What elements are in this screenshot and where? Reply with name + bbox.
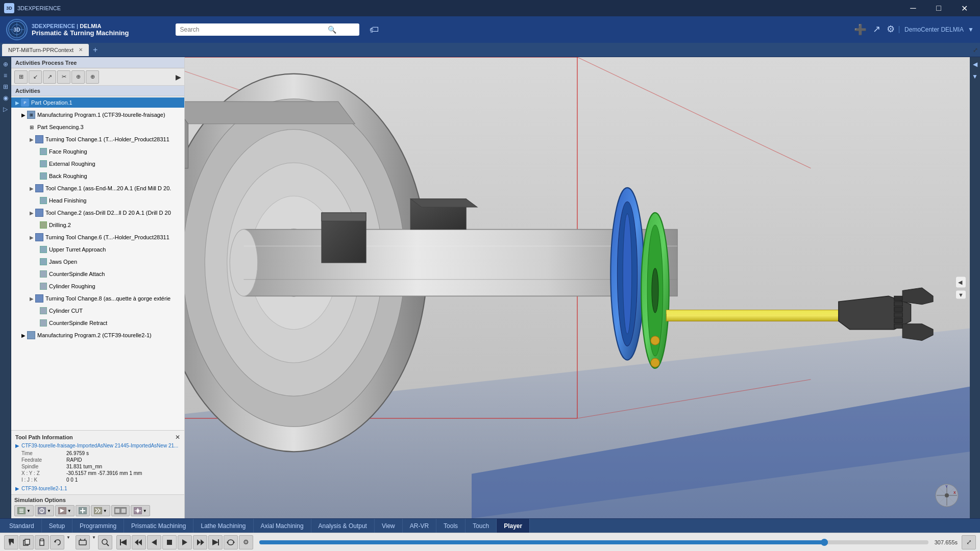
right-icon-1[interactable]: ◀ — [971, 59, 979, 69]
tab-axial-machining[interactable]: Axial Machining — [254, 519, 311, 533]
sim-btn-1[interactable]: ▼ — [14, 505, 34, 516]
3d-viewport[interactable]: ◀ ▼ X Y — [185, 57, 970, 518]
tab-expand-icon[interactable]: ⤢ — [973, 46, 978, 54]
tab-ppr-context[interactable]: NPT-MillTurn-PPRContext ✕ — [2, 44, 89, 56]
tree-container[interactable]: ▶ P Part Operation.1 ▶ ⊞ Manufacturing P… — [11, 96, 184, 430]
tab-standard[interactable]: Standard — [2, 519, 42, 533]
tab-add-button[interactable]: + — [90, 45, 101, 55]
minimize-button[interactable]: ─ — [901, 0, 925, 16]
left-icon-5[interactable]: ▷ — [1, 104, 11, 114]
restore-button[interactable]: □ — [927, 0, 950, 16]
toolbar-add2-btn[interactable]: ⊕ — [86, 70, 99, 84]
tab-programming[interactable]: Programming — [72, 519, 124, 533]
tab-setup[interactable]: Setup — [42, 519, 72, 533]
tree-node-upper-turret[interactable]: Upper Turret Approach — [11, 243, 184, 256]
tab-player[interactable]: Player — [497, 519, 530, 533]
vp-icon-1[interactable]: ◀ — [956, 277, 966, 288]
svg-marker-77 — [9, 539, 14, 545]
progress-thumb — [821, 539, 828, 546]
tree-node-external-roughing[interactable]: External Roughing — [11, 158, 184, 170]
left-icon-2[interactable]: ≡ — [1, 70, 11, 81]
goto-start-btn[interactable] — [116, 535, 131, 549]
vp-icon-2[interactable]: ▼ — [956, 291, 966, 299]
tree-node-ttc6[interactable]: ▶ Turning Tool Change.6 (T...-Holder_Pro… — [11, 231, 184, 243]
tab-analysis-output[interactable]: Analysis & Output — [311, 519, 375, 533]
sim-btn-5[interactable]: ▼ — [91, 505, 110, 516]
svg-rect-61 — [894, 307, 902, 312]
tree-node-cylinder-roughing[interactable]: Cylinder Roughing — [11, 280, 184, 292]
toolbar-add-btn[interactable]: ⊕ — [71, 70, 85, 84]
left-icon-1[interactable]: ⊕ — [1, 59, 11, 69]
tree-node-tc1-end[interactable]: ▶ Tool Change.1 (ass-End-M...20 A.1 (End… — [11, 182, 184, 194]
add-icon[interactable]: ➕ — [854, 23, 867, 36]
tree-node-counterspindle-attach[interactable]: CounterSpindle Attach — [11, 268, 184, 280]
prev-btn[interactable] — [147, 535, 161, 549]
tag-icon[interactable]: 🏷 — [370, 24, 379, 35]
tree-node-part-seq[interactable]: ⊞ Part Sequencing.3 — [11, 121, 184, 133]
toolbar-cut-btn[interactable]: ✂ — [57, 70, 70, 84]
goto-end-btn[interactable] — [208, 535, 223, 549]
share-icon[interactable]: ↗ — [873, 23, 880, 36]
sim-btn-4[interactable] — [76, 505, 90, 516]
search-icon[interactable]: 🔍 — [328, 26, 336, 34]
tab-view[interactable]: View — [375, 519, 403, 533]
tree-node-mfg-prog-2[interactable]: ▶ Manufacturing Program.2 (CTF39-tourell… — [11, 329, 184, 341]
activities-label: Activities — [15, 88, 40, 94]
step-forward-btn[interactable] — [193, 535, 207, 549]
step-back-btn[interactable] — [132, 535, 146, 549]
user-dropdown-icon[interactable]: ▼ — [968, 26, 974, 33]
svg-text:X: X — [953, 491, 956, 494]
stop-btn[interactable] — [162, 535, 177, 549]
tree-node-ttc1[interactable]: ▶ Turning Tool Change.1 (T...-Holder_Pro… — [11, 133, 184, 145]
tree-node-cylinder-cut[interactable]: Cylinder CUT — [11, 305, 184, 317]
tool-path-file1[interactable]: ▶ CTF39-tourelle-fraisage-ImportedAsNew … — [15, 443, 180, 448]
tab-lathe-machining[interactable]: Lathe Machining — [193, 519, 253, 533]
right-icon-2[interactable]: ▼ — [970, 71, 979, 82]
settings-icon[interactable]: ⚙ — [887, 23, 895, 36]
magnify-btn[interactable] — [98, 535, 112, 549]
close-button[interactable]: ✕ — [952, 0, 976, 16]
tree-node-face-roughing[interactable]: Face Roughing — [11, 145, 184, 158]
tool-path-close-btn[interactable]: ✕ — [175, 434, 180, 441]
tree-node-head-finishing[interactable]: Head Finishing — [11, 194, 184, 207]
paste-btn[interactable] — [35, 535, 49, 549]
tree-node-drilling2[interactable]: Drilling.2 — [11, 219, 184, 231]
select-tool-btn[interactable] — [4, 535, 18, 549]
undo-btn[interactable] — [50, 535, 64, 549]
bottom-section: Standard Setup Programming Prismatic Mac… — [0, 518, 980, 551]
tree-node-part-op[interactable]: ▶ P Part Operation.1 — [11, 96, 184, 109]
view-btn[interactable] — [76, 535, 90, 549]
tab-touch[interactable]: Touch — [465, 519, 497, 533]
copy-btn[interactable] — [19, 535, 34, 549]
tab-prismatic-machining[interactable]: Prismatic Machining — [124, 519, 193, 533]
tree-node-back-roughing[interactable]: Back Roughing — [11, 170, 184, 182]
tab-close-icon[interactable]: ✕ — [79, 47, 83, 53]
play-btn[interactable] — [178, 535, 192, 549]
tab-ar-vr[interactable]: AR-VR — [403, 519, 436, 533]
tree-node-tc2-drill[interactable]: ▶ Tool Change.2 (ass-Drill D2...ll D 20 … — [11, 207, 184, 219]
tree-node-mfg-prog-1[interactable]: ▶ ⊞ Manufacturing Program.1 (CTF39-toure… — [11, 109, 184, 121]
left-icon-4[interactable]: ◉ — [1, 93, 11, 103]
toolbar-expand-icon[interactable]: ▶ — [176, 73, 181, 81]
tool-path-file2[interactable]: ▶ CTF39-tourelle2-1.1 — [15, 486, 180, 491]
tree-node-ttc8[interactable]: ▶ Turning Tool Change.8 (as...quette à g… — [11, 292, 184, 305]
playback-progress-bar[interactable] — [259, 540, 928, 544]
toolbar-arrow-down-btn[interactable]: ↙ — [29, 70, 42, 84]
toolbar-grid-btn[interactable]: ⊞ — [14, 70, 28, 84]
svg-rect-19 — [115, 509, 119, 513]
back-roughing-label: Back Roughing — [49, 173, 87, 179]
search-box[interactable]: 🔍 — [176, 23, 359, 36]
sim-btn-3[interactable]: ▼ — [55, 505, 75, 516]
tab-tools[interactable]: Tools — [436, 519, 465, 533]
playback-expand-btn[interactable]: ⤢ — [962, 535, 976, 549]
settings-playback-btn[interactable]: ⚙ — [239, 535, 253, 549]
sim-btn-6[interactable] — [111, 505, 130, 516]
loop-btn[interactable] — [224, 535, 238, 549]
search-input[interactable] — [180, 26, 328, 33]
sim-btn-2[interactable]: ▼ — [35, 505, 54, 516]
tree-node-cs-retract[interactable]: CounterSpindle Retract — [11, 317, 184, 329]
toolbar-arrow-up-btn[interactable]: ↗ — [43, 70, 56, 84]
sim-btn-7[interactable]: ▼ — [131, 505, 150, 516]
left-icon-3[interactable]: ⊞ — [1, 82, 11, 92]
tree-node-jaws-open[interactable]: Jaws Open — [11, 256, 184, 268]
